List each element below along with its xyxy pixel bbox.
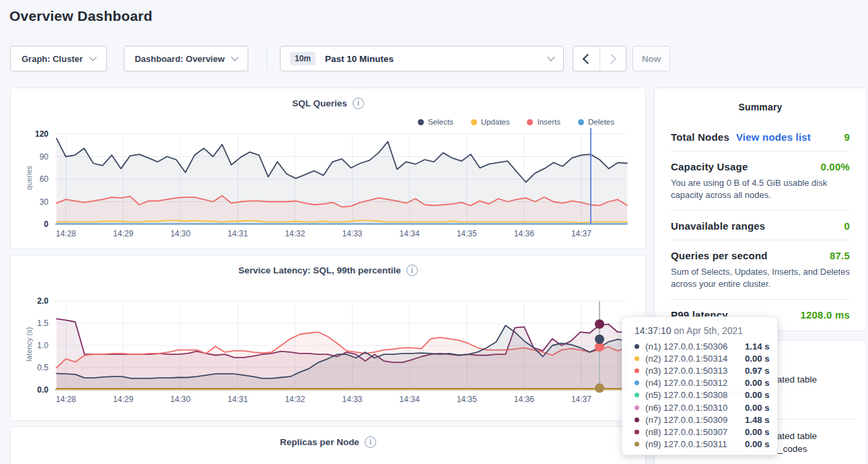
- x-axis-tick: 14:36: [504, 395, 544, 404]
- x-axis-tick: 14:33: [332, 395, 373, 404]
- x-axis-tick: 14:32: [275, 395, 315, 404]
- time-range-picker[interactable]: 10m Past 10 Minutes: [280, 46, 564, 71]
- y-axis-tick: 60: [40, 174, 48, 184]
- x-axis-tick: 14:37: [561, 229, 602, 238]
- time-step-buttons: [573, 46, 626, 71]
- x-axis-tick: 14:35: [447, 229, 487, 238]
- replicas-per-node-panel: Replicas per Node: [10, 426, 646, 464]
- summary-rows: Total NodesView nodes list9Capacity Usag…: [671, 122, 850, 329]
- info-icon[interactable]: [406, 265, 418, 276]
- service-latency-title: Service Latency: SQL, 99th percentile: [11, 265, 645, 276]
- tooltip-node-row: (n5) 127.0.0.1:503080.00 s: [635, 389, 777, 401]
- tooltip-timestamp: 14:37:10 on Apr 5th, 2021: [635, 325, 777, 336]
- node-latency-value: 0.00 s: [745, 390, 770, 400]
- summary-value: 87.5: [830, 250, 850, 261]
- info-icon[interactable]: [365, 436, 376, 448]
- node-address: (n2) 127.0.0.1:50314: [645, 354, 745, 364]
- chevron-right-icon: [606, 53, 617, 64]
- x-axis-tick: 14:37: [561, 395, 602, 404]
- chart-canvas: [55, 134, 627, 224]
- sql-queries-title: SQL Queries: [11, 98, 645, 109]
- node-color-dot: [635, 393, 639, 397]
- view-nodes-list-link[interactable]: View nodes list: [736, 131, 811, 143]
- node-latency-value: 1.14 s: [745, 341, 770, 352]
- legend-item-inserts[interactable]: Inserts: [527, 118, 560, 126]
- node-latency-value: 1.48 s: [745, 415, 770, 425]
- tooltip-node-row: (n8) 127.0.0.1:503070.00 s: [635, 426, 777, 438]
- sql-queries-panel: SQL Queries SelectsUpdatesInsertsDeletes…: [10, 88, 646, 249]
- chart-title-text: Replicas per Node: [280, 437, 359, 447]
- time-prev-button[interactable]: [573, 46, 600, 71]
- summary-row: Unavailable ranges0: [671, 210, 850, 240]
- graph-dropdown[interactable]: Graph: Cluster: [10, 46, 107, 71]
- time-range-label: Past 10 Minutes: [325, 54, 394, 64]
- node-color-dot: [635, 380, 639, 385]
- y-axis-tick: 1.0: [37, 341, 48, 350]
- y-axis-tick: 0.0: [37, 385, 48, 395]
- node-address: (n5) 127.0.0.1:50308: [645, 390, 745, 400]
- x-axis-tick: 14:32: [275, 229, 315, 238]
- y-axis-label: queries: [25, 134, 33, 222]
- x-axis-tick: 14:36: [504, 229, 544, 238]
- legend-label: Updates: [481, 118, 510, 126]
- legend-dot-icon: [418, 119, 424, 125]
- node-address: (n9) 127.0.0.1:50311: [645, 439, 745, 449]
- legend-label: Selects: [428, 118, 454, 126]
- chart-hover-tooltip: 14:37:10 on Apr 5th, 2021 (n1) 127.0.0.1…: [622, 317, 778, 455]
- legend-label: Deletes: [588, 118, 614, 126]
- y-axis-tick: 120: [35, 129, 48, 139]
- summary-row-header: Queries per second87.5: [671, 250, 850, 261]
- node-address: (n6) 127.0.0.1:50310: [645, 403, 745, 413]
- now-button[interactable]: Now: [632, 46, 670, 71]
- service-latency-chart[interactable]: 14:2814:2914:3014:3114:3214:3314:3414:35…: [55, 301, 627, 390]
- chart-canvas: [55, 301, 627, 390]
- tooltip-node-row: (n6) 127.0.0.1:503100.00 s: [635, 401, 777, 413]
- tooltip-node-row: (n2) 127.0.0.1:503140.00 s: [635, 352, 777, 364]
- summary-value: 1208.0 ms: [800, 309, 850, 321]
- node-address: (n1) 127.0.0.1:50306: [645, 341, 745, 352]
- summary-label: Total Nodes: [671, 131, 729, 143]
- hover-point: [595, 319, 604, 329]
- summary-panel: Summary Total NodesView nodes list9Capac…: [654, 88, 867, 331]
- chevron-down-icon: [547, 53, 554, 61]
- node-color-dot: [635, 418, 639, 422]
- time-range-badge: 10m: [290, 52, 316, 65]
- x-axis-tick: 14:29: [103, 229, 143, 238]
- node-latency-value: 0.00 s: [745, 354, 770, 364]
- y-axis-tick: 0.5: [37, 363, 48, 372]
- x-axis-tick: 14:28: [46, 395, 86, 404]
- legend-dot-icon: [578, 119, 584, 125]
- x-axis-tick: 14:31: [217, 229, 258, 238]
- node-latency-value: 0.00 s: [745, 439, 770, 449]
- node-color-dot: [635, 344, 639, 349]
- time-next-button[interactable]: [600, 46, 626, 71]
- replicas-per-node-title: Replicas per Node: [11, 436, 645, 448]
- summary-value: 0.00%: [820, 161, 850, 172]
- x-axis-tick: 14:31: [217, 395, 258, 404]
- legend-item-updates[interactable]: Updates: [471, 118, 510, 126]
- y-axis-tick: 1.5: [37, 319, 48, 328]
- y-axis-tick: 0: [44, 220, 48, 229]
- tooltip-rows: (n1) 127.0.0.1:503061.14 s(n2) 127.0.0.1…: [635, 340, 777, 451]
- summary-row-header: Unavailable ranges0: [671, 220, 850, 232]
- overview-dashboard-page: Overview Dashboard Graph: Cluster Dashbo…: [0, 0, 868, 464]
- info-icon[interactable]: [353, 98, 364, 109]
- summary-row: Capacity Usage0.00%You are using 0 B of …: [671, 151, 850, 210]
- legend-dot-icon: [471, 119, 477, 125]
- x-axis-tick: 14:33: [332, 229, 373, 238]
- node-latency-value: 0.00 s: [745, 427, 770, 437]
- summary-description: Sum of Selects, Updates, Inserts, and De…: [671, 266, 850, 291]
- dashboard-dropdown[interactable]: Dashboard: Overview: [124, 46, 248, 71]
- summary-row-header: Capacity Usage0.00%: [671, 161, 850, 172]
- legend-item-deletes[interactable]: Deletes: [578, 118, 614, 126]
- x-axis-tick: 14:35: [447, 395, 487, 404]
- sql-legend: SelectsUpdatesInsertsDeletes: [418, 118, 614, 126]
- summary-label: Capacity Usage: [671, 161, 748, 172]
- legend-dot-icon: [527, 119, 533, 125]
- legend-item-selects[interactable]: Selects: [418, 118, 454, 126]
- x-axis-tick: 14:29: [103, 395, 143, 404]
- node-color-dot: [635, 430, 639, 434]
- summary-description: You are using 0 B of 4.5 GiB usable disk…: [671, 177, 850, 202]
- tooltip-node-row: (n4) 127.0.0.1:503120.00 s: [635, 377, 777, 389]
- sql-queries-chart[interactable]: 14:2814:2914:3014:3114:3214:3314:3414:35…: [55, 134, 627, 224]
